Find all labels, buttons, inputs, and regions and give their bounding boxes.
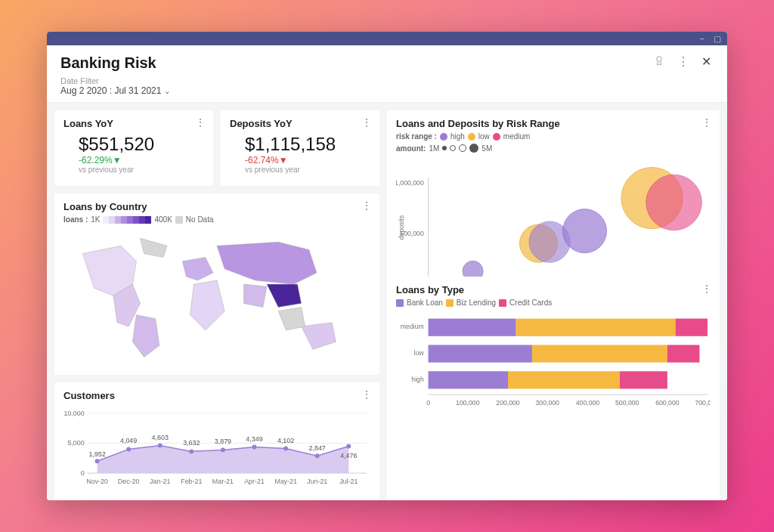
- svg-point-12: [646, 175, 702, 230]
- svg-text:1,000,000: 1,000,000: [396, 179, 424, 187]
- svg-text:May-21: May-21: [274, 478, 297, 485]
- svg-text:deposits: deposits: [398, 215, 405, 240]
- svg-rect-56: [667, 345, 700, 362]
- card-menu-icon[interactable]: ⋮: [361, 116, 372, 128]
- card-title: Loans by Type: [396, 284, 711, 295]
- svg-point-0: [657, 57, 662, 62]
- kpi-subtext: vs previous year: [79, 165, 204, 174]
- svg-text:Feb-21: Feb-21: [181, 478, 202, 485]
- kpi-value: $1,115,158: [245, 134, 370, 155]
- svg-text:Nov-20: Nov-20: [86, 478, 108, 485]
- card-menu-icon[interactable]: ⋮: [361, 200, 372, 212]
- world-map: [63, 227, 370, 365]
- svg-text:3,879: 3,879: [215, 438, 231, 445]
- card-title: Loans YoY: [63, 118, 204, 129]
- svg-text:400,000: 400,000: [576, 399, 600, 407]
- stacked-bar-chart: medium low high 0 100,000 200,000: [396, 310, 711, 419]
- svg-text:high: high: [411, 376, 424, 383]
- card-menu-icon[interactable]: ⋮: [701, 283, 712, 295]
- award-icon[interactable]: [653, 54, 665, 66]
- card-title: Customers: [63, 390, 370, 401]
- svg-text:Jan-21: Jan-21: [150, 478, 170, 485]
- svg-point-22: [95, 459, 100, 463]
- card-title: Deposits YoY: [230, 118, 370, 129]
- svg-rect-51: [516, 319, 676, 336]
- svg-text:2,847: 2,847: [309, 444, 326, 452]
- svg-text:4,049: 4,049: [120, 437, 137, 444]
- svg-text:Jun-21: Jun-21: [307, 478, 327, 485]
- svg-point-26: [221, 447, 225, 452]
- date-filter-label: Date Filter: [60, 76, 170, 85]
- card-menu-icon[interactable]: ⋮: [195, 116, 206, 128]
- svg-point-24: [158, 443, 163, 447]
- svg-text:Mar-21: Mar-21: [212, 478, 234, 485]
- maximize-button[interactable]: ▢: [714, 35, 721, 42]
- svg-text:low: low: [414, 349, 425, 357]
- legend-risk: risk range : high low medium: [396, 132, 711, 141]
- svg-text:4,102: 4,102: [277, 437, 294, 444]
- svg-rect-59: [508, 371, 620, 388]
- card-title: Loans and Deposits by Risk Range: [396, 118, 711, 129]
- svg-text:700,000: 700,000: [695, 399, 711, 407]
- card-menu-icon[interactable]: ⋮: [701, 116, 712, 128]
- svg-point-28: [283, 446, 288, 450]
- svg-text:3,632: 3,632: [183, 439, 200, 447]
- svg-text:4,603: 4,603: [152, 434, 169, 441]
- svg-text:100,000: 100,000: [456, 399, 480, 407]
- svg-point-27: [252, 444, 257, 449]
- legend-type: Bank Loan Biz Lending Credit Cards: [396, 298, 711, 307]
- page-title: Banking Risk: [60, 54, 170, 72]
- svg-text:0: 0: [81, 469, 85, 477]
- chevron-down-icon: ⌄: [164, 87, 170, 95]
- svg-point-10: [563, 209, 607, 253]
- svg-rect-58: [429, 371, 508, 388]
- svg-point-29: [315, 453, 320, 458]
- svg-text:Jul-21: Jul-21: [339, 478, 358, 485]
- legend-country: loans : 1K 400K No Data: [63, 215, 370, 224]
- svg-text:1,952: 1,952: [88, 450, 105, 458]
- card-deposits-yoy: ⋮ Deposits YoY $1,115,158 -62.74%▼ vs pr…: [221, 110, 379, 186]
- header: Banking Risk Date Filter Aug 2 2020 : Ju…: [47, 45, 727, 103]
- svg-text:4,476: 4,476: [340, 452, 357, 459]
- minimize-button[interactable]: −: [698, 35, 706, 42]
- kpi-delta: -62.74%▼: [245, 155, 370, 165]
- card-menu-icon[interactable]: ⋮: [361, 388, 372, 401]
- legend-amount: amount: 1M 5M: [396, 144, 711, 153]
- app-window: − ▢ Banking Risk Date Filter Aug 2 2020 …: [47, 32, 727, 500]
- date-range-selector[interactable]: Aug 2 2020 : Jul 31 2021 ⌄: [60, 85, 170, 96]
- svg-text:Apr-21: Apr-21: [244, 478, 265, 485]
- card-loans-country: ⋮ Loans by Country loans : 1K 400K No Da…: [54, 193, 379, 375]
- card-customers: ⋮ Customers 10,000 5,000 0 1,952 4,049 4…: [54, 382, 379, 500]
- kpi-value: $551,520: [79, 134, 204, 155]
- svg-rect-52: [676, 319, 708, 336]
- svg-rect-55: [532, 345, 667, 362]
- svg-rect-54: [429, 345, 532, 362]
- card-loans-yoy: ⋮ Loans YoY $551,520 -62.29%▼ vs previou…: [54, 110, 213, 186]
- customers-chart: 10,000 5,000 0 1,952 4,049 4,603 3,632 3…: [63, 404, 370, 494]
- svg-text:300,000: 300,000: [536, 399, 560, 407]
- card-title: Loans by Country: [63, 201, 370, 212]
- svg-text:200,000: 200,000: [496, 399, 520, 407]
- svg-text:Dec-20: Dec-20: [118, 478, 140, 485]
- svg-text:10,000: 10,000: [63, 410, 84, 417]
- svg-text:medium: medium: [401, 323, 424, 330]
- svg-text:4,349: 4,349: [246, 435, 262, 443]
- svg-text:0: 0: [426, 399, 430, 407]
- svg-text:600,000: 600,000: [655, 399, 680, 407]
- svg-point-30: [346, 444, 351, 448]
- close-icon[interactable]: ✕: [701, 54, 714, 66]
- kpi-subtext: vs previous year: [245, 165, 370, 174]
- svg-text:500,000: 500,000: [615, 399, 639, 407]
- card-loans-type: ⋮ Loans by Type Bank Loan Biz Lending Cr…: [387, 277, 720, 500]
- svg-point-23: [126, 447, 131, 451]
- svg-text:5,000: 5,000: [67, 439, 84, 447]
- svg-rect-60: [620, 371, 667, 388]
- more-icon[interactable]: ⋮: [677, 54, 689, 66]
- titlebar: − ▢: [47, 32, 727, 45]
- svg-rect-50: [429, 319, 516, 336]
- kpi-delta: -62.29%▼: [79, 155, 204, 165]
- svg-point-25: [189, 449, 194, 453]
